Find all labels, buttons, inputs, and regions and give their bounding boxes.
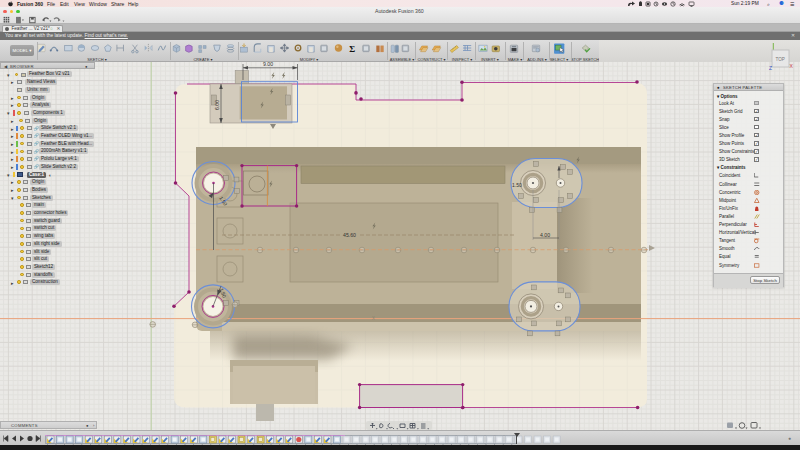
svg-text:4.00: 4.00	[540, 232, 550, 238]
svg-text:X: X	[790, 63, 794, 69]
svg-text:Z: Z	[769, 65, 772, 71]
svg-text:X: X	[372, 316, 375, 321]
svg-text:1.50: 1.50	[512, 182, 522, 188]
svg-text:TOP: TOP	[776, 57, 785, 62]
svg-text:Σ: Σ	[349, 44, 355, 54]
svg-text:45.60: 45.60	[343, 232, 356, 238]
svg-text:6.00: 6.00	[214, 100, 220, 110]
svg-text:9.00: 9.00	[263, 62, 273, 67]
